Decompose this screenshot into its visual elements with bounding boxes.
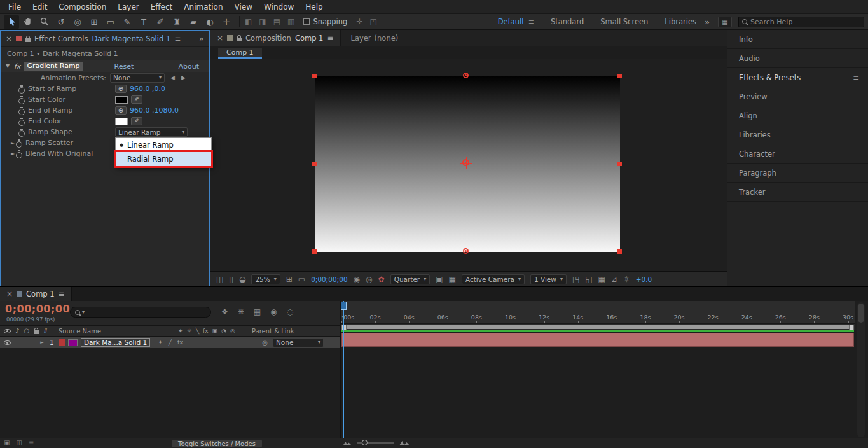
collapse-icon[interactable]: ✦ bbox=[158, 340, 163, 346]
ramp-start-point[interactable] bbox=[463, 73, 469, 78]
ramp-shape-dropdown[interactable]: Linear Ramp ▾ bbox=[115, 127, 188, 137]
puppet-pin-tool[interactable]: ✛ bbox=[219, 15, 234, 29]
effect-name[interactable]: Gradient Ramp bbox=[24, 62, 83, 71]
region-of-interest-icon[interactable]: ▭ bbox=[298, 276, 305, 283]
menu-view[interactable]: View bbox=[229, 0, 258, 14]
fx-badge[interactable]: fx bbox=[14, 62, 20, 71]
timeline-search-box[interactable]: ▾ bbox=[70, 307, 211, 318]
corner-handle-br[interactable] bbox=[617, 249, 622, 254]
composition-tab[interactable]: × Composition Comp 1 ≡ bbox=[210, 30, 341, 46]
eraser-tool[interactable]: ▰ bbox=[186, 15, 201, 29]
workspace-small-screen[interactable]: Small Screen bbox=[600, 17, 648, 26]
corner-handle-tl[interactable] bbox=[312, 74, 317, 78]
type-tool[interactable]: T bbox=[136, 15, 151, 29]
zoom-out-mountain-icon[interactable] bbox=[343, 440, 351, 445]
panel-menu-icon[interactable]: ≡ bbox=[174, 35, 181, 43]
screen-icon[interactable]: ▯ bbox=[229, 276, 233, 283]
corner-handle-bl[interactable] bbox=[312, 249, 317, 254]
twirl-right-icon[interactable]: ► bbox=[34, 340, 50, 345]
mask-visibility-icon[interactable]: ▣ bbox=[436, 276, 443, 283]
stopwatch-icon[interactable] bbox=[18, 96, 25, 104]
shy-icon[interactable]: ✦ bbox=[178, 328, 183, 334]
roto-brush-tool[interactable]: ◐ bbox=[202, 15, 217, 29]
workspace-grid-icon[interactable]: ▦ bbox=[718, 17, 732, 27]
eye-icon[interactable] bbox=[4, 340, 11, 345]
draft-3d-icon[interactable]: ✳ bbox=[238, 308, 244, 316]
sidebar-item-audio[interactable]: Audio bbox=[727, 49, 868, 68]
close-icon[interactable]: × bbox=[6, 290, 13, 298]
lock-icon[interactable] bbox=[25, 38, 31, 42]
workspace-overflow-icon[interactable]: » bbox=[705, 17, 710, 27]
fast-previews-icon[interactable]: ◱ bbox=[585, 276, 592, 283]
workspace-default[interactable]: Default≡ bbox=[498, 17, 534, 26]
timeline-scrollbar[interactable] bbox=[857, 302, 865, 437]
work-area-bar[interactable] bbox=[340, 324, 855, 330]
composition-viewport[interactable] bbox=[210, 59, 727, 271]
flowchart-icon[interactable]: ⊿ bbox=[611, 276, 617, 283]
twirl-right-icon[interactable]: ► bbox=[10, 151, 16, 157]
effect-header[interactable]: ▼ fx Gradient Ramp Reset About bbox=[1, 60, 209, 72]
panel-overflow-icon[interactable]: » bbox=[199, 34, 204, 43]
snapshot-icon[interactable]: ◉ bbox=[354, 276, 360, 283]
workspace-libraries[interactable]: Libraries bbox=[665, 17, 696, 26]
magnification-dropdown[interactable]: 25% ▾ bbox=[251, 274, 280, 284]
tool-extra-icon-2[interactable]: ◨ bbox=[259, 18, 266, 25]
stopwatch-icon[interactable] bbox=[18, 85, 25, 93]
color-swatch[interactable] bbox=[115, 96, 128, 104]
camera-dropdown[interactable]: Active Camera ▾ bbox=[462, 274, 525, 284]
rectangle-tool[interactable]: ▭ bbox=[103, 15, 118, 29]
frame-blend-icon[interactable]: ▣ bbox=[212, 328, 218, 334]
timeline-tab-comp1[interactable]: × Comp 1 ≡ bbox=[0, 287, 72, 301]
camera-tool[interactable]: ◎ bbox=[70, 15, 85, 29]
stopwatch-icon[interactable] bbox=[18, 107, 25, 115]
stopwatch-icon[interactable] bbox=[18, 118, 25, 125]
flowchart-icon[interactable]: ◫ bbox=[16, 440, 22, 446]
menu-layer[interactable]: Layer bbox=[112, 0, 144, 14]
pen-tool[interactable]: ✎ bbox=[120, 15, 135, 29]
shy-layers-icon[interactable]: ▦ bbox=[254, 308, 261, 316]
current-timecode[interactable]: 0;00;00;00 bbox=[5, 303, 70, 315]
property-value[interactable]: 960.0 ,0.0 bbox=[130, 85, 165, 93]
anchor-point[interactable] bbox=[462, 159, 469, 166]
snap-box-icon[interactable]: ◰ bbox=[369, 18, 376, 25]
panel-menu-icon[interactable]: ≡ bbox=[59, 290, 65, 298]
eyedropper-icon[interactable]: ✎ bbox=[131, 117, 142, 125]
show-channel-icon[interactable]: ✿ bbox=[378, 276, 385, 283]
gradient-solid-layer[interactable] bbox=[315, 76, 620, 252]
workspace-standard[interactable]: Standard bbox=[551, 17, 584, 26]
show-snapshot-icon[interactable]: ◎ bbox=[366, 276, 372, 283]
proportion-icon[interactable]: ◒ bbox=[239, 276, 245, 283]
timeline-divider[interactable] bbox=[340, 301, 341, 438]
3d-icon[interactable]: ◎ bbox=[230, 328, 235, 334]
playhead[interactable] bbox=[343, 301, 344, 438]
animation-presets-dropdown[interactable]: None ▾ bbox=[110, 73, 165, 83]
mini-flowchart-icon[interactable]: ❖ bbox=[221, 308, 228, 316]
twirl-down-icon[interactable]: ▼ bbox=[4, 64, 11, 69]
selection-tool[interactable] bbox=[4, 15, 19, 29]
render-queue-icon[interactable]: ▣ bbox=[4, 440, 10, 446]
menu-file[interactable]: File bbox=[3, 0, 27, 14]
comp-timecode[interactable]: 0;00;00;00 bbox=[311, 276, 347, 283]
sidebar-item-paragraph[interactable]: Paragraph bbox=[727, 164, 868, 183]
sidebar-item-tracker[interactable]: Tracker bbox=[727, 183, 868, 202]
hand-tool[interactable] bbox=[20, 15, 36, 29]
fx-icon[interactable]: fx bbox=[203, 328, 209, 334]
scrollbar-thumb[interactable] bbox=[858, 304, 864, 323]
effect-point-icon[interactable]: ⊕ bbox=[115, 106, 127, 115]
edge-handle-left[interactable] bbox=[312, 162, 317, 166]
menu-window[interactable]: Window bbox=[258, 0, 300, 14]
stopwatch-icon[interactable] bbox=[16, 150, 22, 158]
grid-guides-icon[interactable]: ⊞ bbox=[286, 276, 293, 283]
tool-extra-icon-1[interactable]: ◧ bbox=[245, 18, 252, 25]
transparency-grid-icon[interactable]: ▦ bbox=[449, 276, 456, 283]
timeline-search-input[interactable] bbox=[86, 309, 206, 316]
corner-handle-tr[interactable] bbox=[617, 74, 622, 78]
exposure-value[interactable]: +0.0 bbox=[636, 276, 652, 283]
about-link[interactable]: About bbox=[178, 62, 199, 71]
lock-icon[interactable] bbox=[34, 330, 39, 334]
previous-preset-icon[interactable]: ◀ bbox=[170, 74, 175, 81]
reset-link[interactable]: Reset bbox=[114, 62, 134, 71]
sidebar-item-info[interactable]: Info bbox=[727, 30, 868, 49]
frame-blending-icon[interactable]: ◉ bbox=[270, 308, 277, 316]
next-preset-icon[interactable]: ▶ bbox=[181, 74, 186, 81]
